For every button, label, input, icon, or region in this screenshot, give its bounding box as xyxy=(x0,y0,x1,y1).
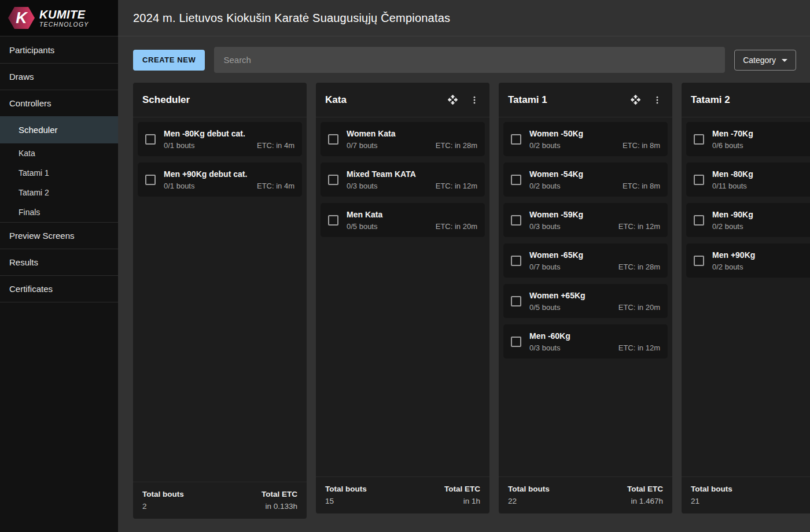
sidebar-item-tatami-1[interactable]: Tatami 1 xyxy=(0,163,118,183)
sidebar-item-participants[interactable]: Participants xyxy=(0,36,118,63)
drag-move-icon[interactable] xyxy=(446,93,459,107)
card-bouts: 0/2 bouts xyxy=(712,222,743,231)
card-title: Men -60Kg xyxy=(529,331,660,341)
card-content: Mixed Team KATA0/3 boutsETC: in 12m xyxy=(347,169,485,190)
card-subrow: 0/5 boutsETC: in 20m xyxy=(529,303,660,312)
more-options-icon[interactable] xyxy=(467,93,481,107)
card-title: Women Kata xyxy=(347,129,477,138)
card-checkbox[interactable] xyxy=(511,175,521,185)
sidebar-item-results[interactable]: Results xyxy=(0,249,118,275)
column-tatami-1: Tatami 1Women -50Kg0/2 boutsETC: in 8mWo… xyxy=(499,83,672,513)
card-checkbox[interactable] xyxy=(328,175,338,185)
brand-logo[interactable]: K KUMITE TECHNOLOGY xyxy=(0,0,118,36)
card-checkbox[interactable] xyxy=(511,256,521,266)
main-content: 2024 m. Lietuvos Kiokušin Karatė Suaugus… xyxy=(118,0,810,532)
total-etc-label: Total ETC xyxy=(627,485,663,493)
category-card[interactable]: Men -80Kg0/11 bouts xyxy=(686,162,810,197)
card-content: Men Kata0/5 boutsETC: in 20m xyxy=(347,210,485,231)
more-options-icon[interactable] xyxy=(650,93,664,107)
sidebar-item-tatami-2[interactable]: Tatami 2 xyxy=(0,183,118,202)
total-etc-value: in 0.133h xyxy=(262,502,297,511)
brand-subtitle: TECHNOLOGY xyxy=(39,21,89,28)
card-etc: ETC: in 8m xyxy=(623,141,660,150)
card-subrow: 0/7 boutsETC: in 28m xyxy=(529,263,660,271)
category-card[interactable]: Men -70Kg0/6 bouts xyxy=(686,122,810,156)
card-subrow: 0/3 boutsETC: in 12m xyxy=(529,222,660,231)
card-subrow: 0/2 boutsETC: in 8m xyxy=(529,141,660,150)
drag-move-icon[interactable] xyxy=(628,93,642,107)
card-subrow: 0/3 boutsETC: in 12m xyxy=(529,343,660,352)
total-etc-value: in 1.467h xyxy=(627,497,663,505)
column-footer: Total bouts21 xyxy=(682,476,810,513)
create-new-button[interactable]: CREATE NEW xyxy=(133,50,205,71)
category-card[interactable]: Women +65Kg0/5 boutsETC: in 20m xyxy=(503,284,668,318)
card-etc: ETC: in 12m xyxy=(618,343,660,352)
card-checkbox[interactable] xyxy=(328,134,338,145)
card-checkbox[interactable] xyxy=(511,134,521,145)
column-header-tatami-1: Tatami 1 xyxy=(499,83,672,117)
card-checkbox[interactable] xyxy=(511,337,521,347)
column-tatami-2: Tatami 2Men -70Kg0/6 boutsMen -80Kg0/11 … xyxy=(682,83,810,513)
card-subrow: 0/2 bouts xyxy=(712,222,810,231)
category-card[interactable]: Women Kata0/7 boutsETC: in 28m xyxy=(321,122,485,156)
card-checkbox[interactable] xyxy=(145,134,156,145)
card-checkbox[interactable] xyxy=(328,215,338,226)
card-checkbox[interactable] xyxy=(511,296,521,306)
category-card[interactable]: Men +90Kg0/2 bouts xyxy=(686,243,810,278)
sidebar-item-finals[interactable]: Finals xyxy=(0,202,118,222)
card-title: Men -90Kg xyxy=(712,210,810,219)
footer-total-bouts: Total bouts2 xyxy=(142,490,184,511)
card-checkbox[interactable] xyxy=(694,256,704,266)
sidebar-item-kata[interactable]: Kata xyxy=(0,143,118,163)
category-card[interactable]: Women -50Kg0/2 boutsETC: in 8m xyxy=(503,122,668,156)
card-title: Men +90Kg xyxy=(712,250,810,260)
card-etc: ETC: in 28m xyxy=(436,141,477,150)
card-content: Women -54Kg0/2 boutsETC: in 8m xyxy=(529,169,668,190)
card-title: Men +90Kg debut cat. xyxy=(164,169,294,179)
category-card[interactable]: Women -65Kg0/7 boutsETC: in 28m xyxy=(503,243,668,278)
total-etc-label: Total ETC xyxy=(262,490,297,498)
total-etc-value: in 1h xyxy=(444,497,480,505)
search-input[interactable] xyxy=(214,47,725,73)
column-footer: Total bouts2Total ETCin 0.133h xyxy=(133,482,307,519)
card-checkbox[interactable] xyxy=(694,175,704,185)
category-card[interactable]: Mixed Team KATA0/3 boutsETC: in 12m xyxy=(321,162,485,197)
card-content: Men -60Kg0/3 boutsETC: in 12m xyxy=(529,331,668,352)
card-content: Men -80Kg0/11 bouts xyxy=(712,169,810,190)
chevron-down-icon xyxy=(782,59,787,62)
card-subrow: 0/5 boutsETC: in 20m xyxy=(347,222,477,231)
card-checkbox[interactable] xyxy=(694,134,704,145)
card-content: Women -50Kg0/2 boutsETC: in 8m xyxy=(529,129,668,150)
category-card[interactable]: Men Kata0/5 boutsETC: in 20m xyxy=(321,203,485,237)
sidebar-item-preview-screens[interactable]: Preview Screens xyxy=(0,222,118,249)
card-bouts: 0/1 bouts xyxy=(164,141,195,150)
category-card[interactable]: Men -80Kg debut cat.0/1 boutsETC: in 4m xyxy=(138,122,302,156)
category-card[interactable]: Women -59Kg0/3 boutsETC: in 12m xyxy=(503,203,668,237)
footer-total-bouts: Total bouts15 xyxy=(325,485,367,505)
card-content: Men +90Kg debut cat.0/1 boutsETC: in 4m xyxy=(164,169,302,190)
column-title: Tatami 2 xyxy=(691,94,810,106)
kumite-hexagon-icon: K xyxy=(8,6,35,29)
category-dropdown[interactable]: Category xyxy=(734,50,796,71)
card-content: Women -59Kg0/3 boutsETC: in 12m xyxy=(529,210,668,231)
card-title: Women -54Kg xyxy=(529,169,660,179)
card-checkbox[interactable] xyxy=(145,175,156,185)
card-bouts: 0/5 bouts xyxy=(529,303,561,312)
total-bouts-value: 2 xyxy=(142,502,184,511)
card-content: Men +90Kg0/2 bouts xyxy=(712,250,810,271)
card-bouts: 0/5 bouts xyxy=(347,222,378,231)
sidebar-item-controllers[interactable]: Controllers xyxy=(0,90,118,116)
sidebar-item-certificates[interactable]: Certificates xyxy=(0,275,118,302)
card-title: Men -80Kg debut cat. xyxy=(164,129,294,138)
category-card[interactable]: Men -60Kg0/3 boutsETC: in 12m xyxy=(503,324,668,359)
toolbar: CREATE NEW Category xyxy=(133,47,796,73)
category-card[interactable]: Women -54Kg0/2 boutsETC: in 8m xyxy=(503,162,668,197)
card-checkbox[interactable] xyxy=(694,215,704,226)
sidebar-item-scheduler[interactable]: Scheduler xyxy=(0,116,118,143)
card-bouts: 0/7 bouts xyxy=(529,263,561,271)
card-checkbox[interactable] xyxy=(511,215,521,226)
category-card[interactable]: Men -90Kg0/2 bouts xyxy=(686,203,810,237)
column-header-tatami-2: Tatami 2 xyxy=(682,83,810,117)
sidebar-item-draws[interactable]: Draws xyxy=(0,63,118,90)
category-card[interactable]: Men +90Kg debut cat.0/1 boutsETC: in 4m xyxy=(138,162,302,197)
